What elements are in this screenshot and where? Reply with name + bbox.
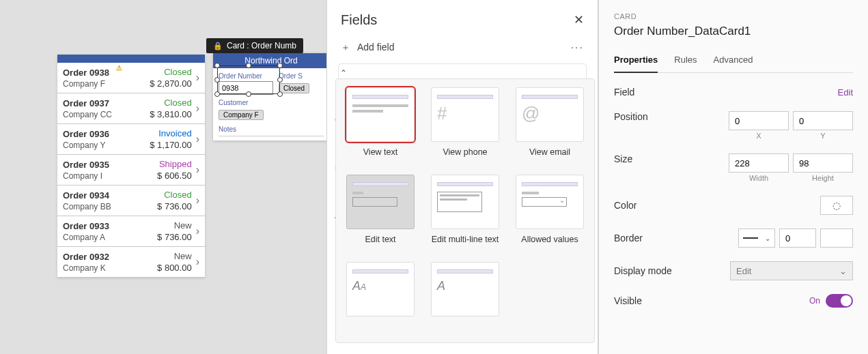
order-company: Company K <box>63 263 157 273</box>
border-width-input[interactable] <box>779 228 816 248</box>
order-status: New <box>157 220 192 231</box>
chevron-down-icon: ⌄ <box>765 235 770 242</box>
order-id: Order 0932 <box>63 252 157 262</box>
order-status: Closed <box>157 190 192 200</box>
prop-border-label: Border <box>614 233 643 244</box>
display-mode-dropdown[interactable]: Edit ⌄ <box>730 261 853 280</box>
chevron-right-icon: › <box>196 164 199 176</box>
control-tile-label <box>429 322 501 342</box>
position-x-input[interactable] <box>729 111 789 130</box>
order-price: $ 3,810.00 <box>150 109 191 119</box>
prop-field-label: Field <box>614 87 634 98</box>
chevron-right-icon: › <box>196 102 199 115</box>
control-tile[interactable]: @ <box>516 87 584 142</box>
selection-tooltip: 🔒Card : Order Numb <box>206 38 303 53</box>
border-style-dropdown[interactable]: ⌄ <box>738 228 775 248</box>
color-picker-button[interactable]: ◌ <box>820 196 853 215</box>
chevron-up-icon: ⌃ <box>340 68 347 78</box>
order-price: $ 606.50 <box>157 171 192 181</box>
resize-handle-sw[interactable] <box>214 91 220 97</box>
order-price: $ 2,870.00 <box>150 78 191 89</box>
size-height-input[interactable] <box>793 153 853 173</box>
tab-rules[interactable]: Rules <box>674 50 697 72</box>
order-row[interactable]: Order 0932 Company K New $ 800.00 › <box>57 247 205 278</box>
selection-overlay[interactable] <box>217 65 280 94</box>
visible-toggle-label: On <box>809 296 820 306</box>
field-label-order-status: Order S <box>279 72 309 80</box>
control-tile-label: View text <box>344 147 417 168</box>
order-status: Closed <box>150 98 191 108</box>
control-tile[interactable] <box>346 87 415 142</box>
border-line-icon <box>743 237 758 239</box>
control-type-gallery: View text # View phone @ View email Edit… <box>335 78 595 343</box>
control-tile-label: View phone <box>429 147 501 168</box>
order-status-lozenge[interactable]: Closed <box>279 83 309 93</box>
order-status: Closed <box>150 67 191 77</box>
order-id: Order 0933 <box>63 221 157 231</box>
order-row[interactable]: Order 0937 Company CC Closed $ 3,810.00 … <box>57 93 205 124</box>
properties-panel: CARD Order Number_DataCard1 Properties R… <box>598 0 868 354</box>
customer-lozenge[interactable]: Company F <box>219 110 264 120</box>
order-id: Order 0937 <box>63 98 150 108</box>
order-row[interactable]: Order 0936 Company Y Invoiced $ 1,170.00… <box>57 124 205 155</box>
control-tile[interactable]: ⌄ <box>516 175 584 229</box>
order-status: Shipped <box>157 159 192 169</box>
order-id: Order 0938⚠ <box>63 68 150 78</box>
properties-title: Order Number_DataCard1 <box>614 25 853 38</box>
field-label-notes: Notes <box>219 126 324 133</box>
prop-field-edit-link[interactable]: Edit <box>838 87 853 98</box>
order-row[interactable]: Order 0938⚠ Company F Closed $ 2,870.00 … <box>57 63 205 93</box>
order-row[interactable]: Order 0934 Company BB Closed $ 736.00 › <box>57 186 205 216</box>
control-tile[interactable]: AA <box>346 262 415 316</box>
resize-handle-n[interactable] <box>246 63 251 68</box>
order-company: Company F <box>63 79 150 89</box>
resize-handle-se[interactable] <box>277 91 283 97</box>
plus-icon: ＋ <box>341 42 350 53</box>
tab-properties[interactable]: Properties <box>614 50 658 73</box>
order-company: Company BB <box>63 202 157 211</box>
control-tile[interactable]: A <box>431 262 499 316</box>
resize-handle-w[interactable] <box>214 77 220 83</box>
order-id: Order 0935 <box>63 160 157 170</box>
prop-displaymode-label: Display mode <box>614 265 672 276</box>
order-id: Order 0936 <box>63 129 150 139</box>
order-price: $ 800.00 <box>157 263 192 273</box>
order-company: Company A <box>63 233 157 242</box>
chevron-right-icon: › <box>196 133 199 145</box>
order-price: $ 736.00 <box>157 232 192 242</box>
visible-toggle[interactable] <box>826 294 853 308</box>
close-icon[interactable]: ✕ <box>574 12 584 28</box>
order-row[interactable]: Order 0933 Company A New $ 736.00 › <box>57 216 205 247</box>
chevron-right-icon: › <box>196 256 199 268</box>
add-field-button[interactable]: ＋Add field <box>341 42 394 54</box>
order-list-header <box>57 55 205 63</box>
order-list: Order 0938⚠ Company F Closed $ 2,870.00 … <box>57 55 205 278</box>
order-status: New <box>157 251 192 261</box>
order-row[interactable]: Order 0935 Company I Shipped $ 606.50 › <box>57 155 205 186</box>
chevron-right-icon: › <box>196 194 199 207</box>
more-icon[interactable]: ··· <box>571 42 584 54</box>
resize-handle-ne[interactable] <box>277 63 283 68</box>
border-color-button[interactable] <box>820 228 853 248</box>
chevron-right-icon: › <box>196 225 199 237</box>
tab-advanced[interactable]: Advanced <box>714 50 753 72</box>
order-status: Invoiced <box>150 128 191 138</box>
control-tile[interactable]: # <box>431 87 499 142</box>
resize-handle-s[interactable] <box>246 91 251 97</box>
prop-color-label: Color <box>614 200 636 211</box>
size-width-input[interactable] <box>729 153 789 173</box>
control-tile[interactable] <box>431 175 499 229</box>
resize-handle-nw[interactable] <box>214 63 220 68</box>
position-y-input[interactable] <box>793 111 853 130</box>
resize-handle-e[interactable] <box>277 77 283 83</box>
order-price: $ 736.00 <box>157 201 192 211</box>
properties-section-label: CARD <box>614 12 853 20</box>
paint-icon: ◌ <box>832 200 841 211</box>
order-company: Company I <box>63 171 157 181</box>
control-tile-label: Edit multi-line text <box>429 235 501 255</box>
control-tile-label <box>344 322 417 342</box>
control-tile[interactable] <box>346 175 415 229</box>
prop-size-label: Size <box>614 153 632 164</box>
chevron-down-icon: ⌄ <box>839 266 847 276</box>
order-price: $ 1,170.00 <box>150 140 191 150</box>
